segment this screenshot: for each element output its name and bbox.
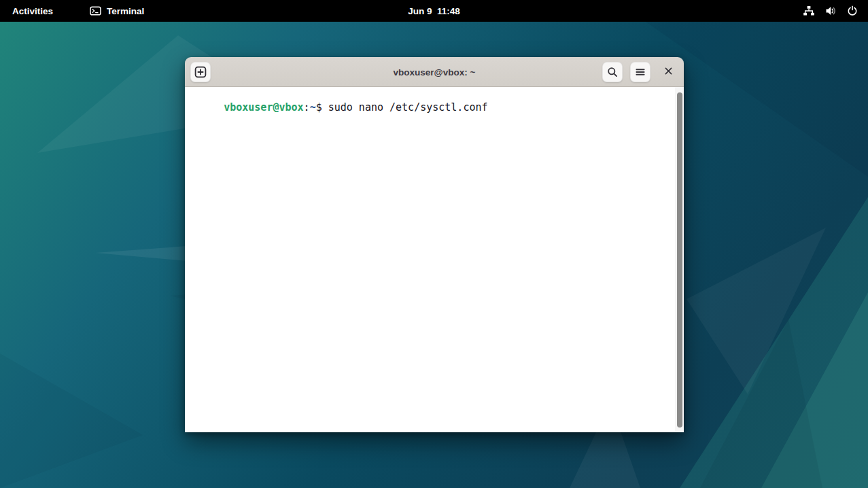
clock[interactable]: Jun 9 11:48 (408, 0, 460, 22)
top-bar: Activities Terminal Jun 9 11:48 (0, 0, 868, 22)
app-menu-label: Terminal (107, 6, 144, 16)
typed-command: sudo nano /etc/sysctl.conf (328, 101, 488, 114)
prompt-dollar: $ (316, 101, 322, 114)
search-icon (607, 67, 618, 77)
network-wired-icon (803, 5, 815, 16)
prompt-path: ~ (310, 101, 316, 114)
search-button[interactable] (602, 62, 623, 82)
menu-icon (635, 67, 646, 77)
close-button[interactable] (658, 62, 678, 82)
scrollbar-thumb[interactable] (677, 92, 682, 428)
new-tab-icon (194, 66, 207, 78)
titlebar-actions (602, 62, 678, 82)
volume-icon (825, 5, 837, 16)
top-bar-left: Activities Terminal (0, 0, 152, 22)
menu-button[interactable] (630, 62, 650, 82)
close-icon (664, 67, 673, 77)
scrollbar-track[interactable] (675, 87, 684, 432)
prompt-colon: : (304, 101, 310, 114)
terminal-window: vboxuser@vbox: ~ (185, 57, 684, 432)
activities-button[interactable]: Activities (0, 0, 65, 22)
app-menu-button[interactable]: Terminal (82, 0, 152, 22)
power-icon (847, 5, 858, 16)
new-tab-button[interactable] (190, 62, 211, 82)
terminal-prompt-line: vboxuser@vbox:~$sudo nano /etc/sysctl.co… (187, 90, 673, 125)
terminal-icon (90, 5, 101, 16)
system-tray[interactable] (793, 0, 868, 22)
window-title: vboxuser@vbox: ~ (394, 67, 476, 77)
titlebar[interactable]: vboxuser@vbox: ~ (185, 57, 684, 87)
prompt-user-host: vboxuser@vbox (224, 101, 303, 114)
terminal-content[interactable]: vboxuser@vbox:~$sudo nano /etc/sysctl.co… (185, 87, 684, 432)
